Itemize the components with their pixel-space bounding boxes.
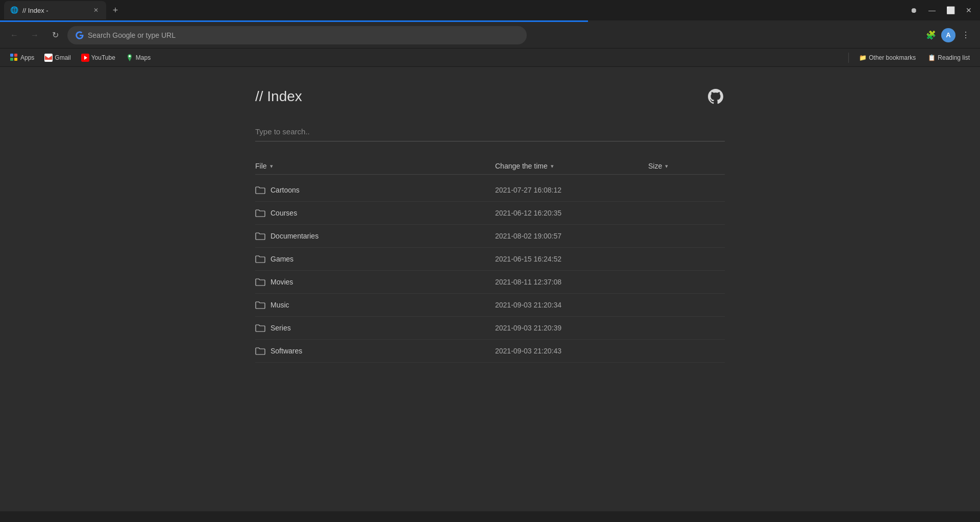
close-button[interactable]: ✕: [962, 3, 976, 17]
bookmark-separator: [848, 53, 849, 63]
new-tab-button[interactable]: +: [108, 3, 122, 17]
folder-name: Cartoons: [271, 186, 300, 194]
gmail-favicon: [44, 54, 53, 62]
file-time: 2021-08-02 19:00:57: [495, 232, 648, 240]
bookmark-maps-label: Maps: [136, 54, 151, 61]
file-time: 2021-09-03 21:20:34: [495, 301, 648, 309]
page-title: // Index: [255, 88, 302, 105]
folder-name: Softwares: [271, 347, 302, 355]
browser-frame: 🌐 // Index - ✕ + ⏺ — ⬜ ✕ ← → ↻ Search Go…: [0, 0, 980, 67]
table-row[interactable]: Music 2021-09-03 21:20:34: [255, 294, 725, 317]
active-tab[interactable]: 🌐 // Index - ✕: [4, 1, 106, 19]
minimize-button[interactable]: —: [925, 3, 939, 17]
toolbar-icons: 🧩 A ⋮: [923, 27, 974, 43]
tab-bar: 🌐 // Index - ✕ + ⏺ — ⬜ ✕: [0, 0, 980, 20]
file-time: 2021-08-11 12:37:08: [495, 278, 648, 286]
bookmark-youtube[interactable]: YouTube: [77, 52, 119, 64]
google-icon: [76, 31, 84, 39]
file-name: Cartoons: [255, 186, 495, 194]
table-header: File ▾ Change the time ▾ Size ▾: [255, 158, 725, 175]
svg-point-7: [129, 55, 131, 57]
reading-list-label: Reading list: [938, 54, 970, 61]
youtube-favicon: [81, 54, 89, 62]
svg-rect-2: [10, 58, 13, 61]
github-button[interactable]: [706, 87, 725, 106]
bookmark-gmail-label: Gmail: [55, 54, 70, 61]
folder-name: Music: [271, 301, 289, 309]
table-row[interactable]: Documentaries 2021-08-02 19:00:57: [255, 225, 725, 248]
bookmark-maps[interactable]: Maps: [121, 52, 155, 64]
reading-list[interactable]: 📋 Reading list: [924, 52, 974, 63]
folder-icon: [255, 301, 265, 309]
apps-favicon: [10, 54, 18, 62]
file-time: 2021-06-15 16:24:52: [495, 255, 648, 263]
size-column-header[interactable]: Size ▾: [648, 162, 725, 170]
file-name: Games: [255, 255, 495, 263]
file-time: 2021-06-12 16:20:35: [495, 209, 648, 217]
time-column-header[interactable]: Change the time ▾: [495, 162, 648, 170]
table-row[interactable]: Series 2021-09-03 21:20:39: [255, 317, 725, 340]
file-name: Series: [255, 324, 495, 332]
window-controls: ⏺ — ⬜ ✕: [906, 3, 976, 17]
folder-name: Courses: [271, 209, 297, 217]
svg-rect-1: [14, 54, 17, 57]
file-time: 2021-07-27 16:08:12: [495, 186, 648, 194]
other-bookmarks-icon: 📁: [859, 54, 867, 61]
file-name: Documentaries: [255, 232, 495, 240]
folder-icon: [255, 324, 265, 332]
profile-button[interactable]: A: [941, 28, 955, 42]
search-input[interactable]: [255, 122, 725, 141]
other-bookmarks[interactable]: 📁 Other bookmarks: [855, 52, 920, 63]
tab-favicon: 🌐: [10, 6, 18, 14]
file-column-label: File: [255, 162, 267, 170]
record-button[interactable]: ⏺: [906, 3, 921, 17]
menu-button[interactable]: ⋮: [958, 27, 974, 43]
bookmarks-bar: Apps Gmail YouTube: [0, 49, 980, 67]
omnibox-text: Search Google or type URL: [88, 31, 519, 39]
index-container: // Index File ▾ Change the time ▾ Size ▾: [245, 67, 735, 383]
table-row[interactable]: Movies 2021-08-11 12:37:08: [255, 271, 725, 294]
table-row[interactable]: Courses 2021-06-12 16:20:35: [255, 202, 725, 225]
file-time: 2021-09-03 21:20:39: [495, 324, 648, 332]
maps-favicon: [126, 54, 134, 62]
reload-button[interactable]: ↻: [47, 27, 63, 43]
size-sort-icon: ▾: [665, 163, 668, 170]
table-row[interactable]: Cartoons 2021-07-27 16:08:12: [255, 179, 725, 202]
address-bar: ← → ↻ Search Google or type URL 🧩 A ⋮: [0, 22, 980, 49]
table-row[interactable]: Games 2021-06-15 16:24:52: [255, 248, 725, 271]
file-name: Movies: [255, 278, 495, 286]
maximize-button[interactable]: ⬜: [943, 3, 958, 17]
folder-name: Documentaries: [271, 232, 318, 240]
back-button[interactable]: ←: [6, 27, 22, 43]
folder-icon: [255, 209, 265, 217]
omnibox[interactable]: Search Google or type URL: [67, 26, 527, 44]
size-column-label: Size: [648, 162, 662, 170]
file-time: 2021-09-03 21:20:43: [495, 347, 648, 355]
index-header: // Index: [255, 87, 725, 106]
other-bookmarks-label: Other bookmarks: [869, 54, 916, 61]
bookmark-apps-label: Apps: [20, 54, 34, 61]
svg-rect-0: [10, 54, 13, 57]
bookmarks-right: 📁 Other bookmarks 📋 Reading list: [846, 52, 974, 63]
time-column-label: Change the time: [495, 162, 548, 170]
tab-close-button[interactable]: ✕: [92, 6, 100, 14]
file-name: Music: [255, 301, 495, 309]
time-sort-icon: ▾: [551, 163, 554, 170]
folder-name: Games: [271, 255, 293, 263]
folder-icon: [255, 278, 265, 286]
file-name: Softwares: [255, 347, 495, 355]
file-column-header[interactable]: File ▾: [255, 162, 495, 170]
file-sort-icon: ▾: [270, 163, 273, 170]
bookmark-apps[interactable]: Apps: [6, 52, 38, 64]
forward-button[interactable]: →: [27, 27, 43, 43]
table-row[interactable]: Softwares 2021-09-03 21:20:43: [255, 340, 725, 363]
bookmark-gmail[interactable]: Gmail: [40, 52, 75, 64]
svg-rect-3: [14, 58, 17, 61]
folder-icon: [255, 232, 265, 240]
extensions-button[interactable]: 🧩: [923, 27, 939, 43]
bookmark-youtube-label: YouTube: [91, 54, 115, 61]
content-area: // Index File ▾ Change the time ▾ Size ▾: [0, 67, 980, 511]
folder-icon: [255, 347, 265, 355]
folder-icon: [255, 186, 265, 194]
reading-list-icon: 📋: [928, 54, 936, 61]
